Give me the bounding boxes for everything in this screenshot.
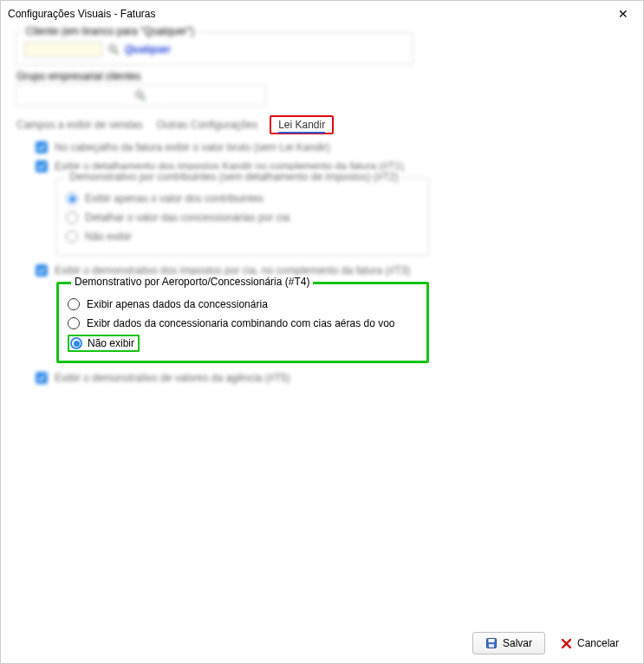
dialog-window: Configurações Visuais - Faturas ✕ Client… <box>0 0 644 664</box>
tab-lei-kandir-highlight: Lei Kandir <box>270 115 334 134</box>
tab-outras[interactable]: Outras Configurações <box>154 117 259 133</box>
client-row: Qualquer <box>24 40 404 59</box>
options-block: No cabeçalho da fatura exibir o valor br… <box>15 140 629 386</box>
svg-point-0 <box>109 45 115 51</box>
checkbox-icon <box>36 372 48 384</box>
client-qualquer: Qualquer <box>125 43 171 55</box>
cancel-button[interactable]: Cancelar <box>561 637 619 649</box>
checkbox-icon <box>36 160 48 173</box>
checkbox-icon <box>36 141 48 153</box>
svg-point-3 <box>136 91 142 97</box>
radio-contrib-1-label: Exibir apenas o valor dos contribuintes <box>85 192 263 205</box>
radio-icon <box>66 192 78 205</box>
content-area: Cliente (em branco para "Qualquer") Qual… <box>1 27 643 623</box>
svg-point-2 <box>116 52 118 54</box>
radio-aero-1-label: Exibir apenas dados da concessionária <box>87 298 268 310</box>
radio-aero-3-wrap: Não exibir <box>68 335 418 352</box>
radio-icon <box>68 317 80 329</box>
search-icon[interactable] <box>107 43 120 55</box>
group-aeroporto: Demonstrativo por Aeroporto/Concessionár… <box>56 282 429 363</box>
svg-point-5 <box>143 98 145 100</box>
radio-aero-3-label: Não exibir <box>88 337 134 349</box>
check-demonstrativo-cia-label: Exibir o demonstrativo dos impostos por … <box>55 264 410 277</box>
tabs: Campos a exibir de vendas Outras Configu… <box>15 115 629 134</box>
radio-icon <box>66 212 78 224</box>
save-button-label: Salvar <box>503 637 532 649</box>
group-aeroporto-legend: Demonstrativo por Aeroporto/Concessionár… <box>71 276 313 288</box>
radio-contrib-2[interactable]: Detalhar o valor das concessionárias por… <box>66 210 420 225</box>
cancel-icon <box>561 638 572 649</box>
client-fieldset: Cliente (em branco para "Qualquer") Qual… <box>15 32 413 65</box>
radio-contrib-2-label: Detalhar o valor das concessionárias por… <box>85 212 289 224</box>
group-contribuintes-legend: Demonstrativo por contribuintes (sem det… <box>66 171 402 183</box>
radio-contrib-3-label: Não exibir <box>85 231 132 243</box>
check-cabecalho-label: No cabeçalho da fatura exibir o valor br… <box>55 141 330 153</box>
radio-aero-3[interactable]: Não exibir <box>68 335 140 352</box>
window-title: Configurações Visuais - Faturas <box>8 8 610 20</box>
radio-icon <box>68 298 80 310</box>
tab-campos[interactable]: Campos a exibir de vendas <box>15 117 144 133</box>
radio-icon <box>70 337 82 349</box>
client-input[interactable] <box>24 42 102 57</box>
save-icon <box>485 637 498 649</box>
radio-aero-2-label: Exibr dados da concessionaria combinando… <box>87 317 395 329</box>
search-icon[interactable] <box>134 89 146 101</box>
radio-aero-1[interactable]: Exibir apenas dados da concessionária <box>68 296 418 312</box>
titlebar: Configurações Visuais - Faturas ✕ <box>1 1 643 27</box>
grupo-box[interactable] <box>15 84 266 107</box>
check-agencia-label: Exibir o demonstrativo de valores da agê… <box>55 372 289 384</box>
footer: Salvar Cancelar <box>1 623 643 663</box>
radio-icon <box>66 231 78 243</box>
radio-contrib-3[interactable]: Não exibir <box>66 229 420 244</box>
client-legend: Cliente (em branco para "Qualquer") <box>23 25 198 37</box>
radio-aero-2[interactable]: Exibr dados da concessionaria combinando… <box>68 316 418 331</box>
checkbox-icon <box>36 264 48 277</box>
group-contribuintes: Demonstrativo por contribuintes (sem det… <box>56 178 429 256</box>
check-cabecalho[interactable]: No cabeçalho da fatura exibir o valor br… <box>36 140 629 155</box>
close-button[interactable]: ✕ <box>610 7 636 21</box>
svg-rect-7 <box>488 639 494 642</box>
grupo-label: Grupo empresarial clientes <box>16 70 629 82</box>
radio-contrib-1[interactable]: Exibir apenas o valor dos contribuintes <box>66 191 420 206</box>
svg-rect-8 <box>489 644 494 648</box>
cancel-button-label: Cancelar <box>577 637 619 649</box>
check-agencia[interactable]: Exibir o demonstrativo de valores da agê… <box>36 370 629 386</box>
save-button[interactable]: Salvar <box>472 632 545 654</box>
tab-lei-kandir[interactable]: Lei Kandir <box>278 119 325 133</box>
